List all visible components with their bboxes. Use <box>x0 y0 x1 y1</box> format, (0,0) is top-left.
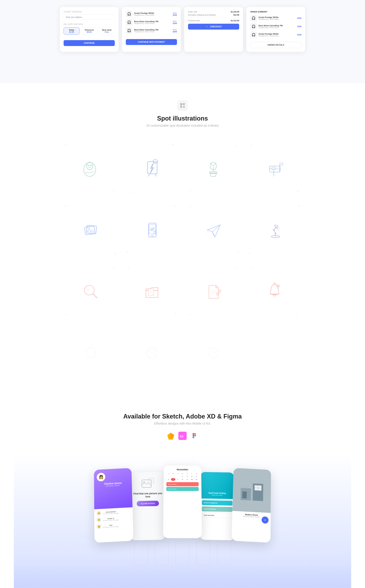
summary-thumb-2: 🎧 <box>250 23 257 30</box>
plus-deco: + <box>126 250 128 254</box>
illus-search: + + <box>62 262 119 320</box>
adobe-xd-logo: Xd <box>178 432 187 441</box>
svg-point-45 <box>87 287 89 290</box>
illus-lamp: + + <box>246 201 303 259</box>
cart-icon: 🛒 <box>206 25 208 28</box>
svg-point-33 <box>205 235 205 236</box>
svg-marker-15 <box>153 163 155 164</box>
chat-info-3: User You have a new message <box>103 524 119 528</box>
cal-10: 10 <box>190 478 194 481</box>
svg-point-0 <box>180 103 182 105</box>
summary-info-3: Grodo Prestige SK52e Headphones / Bose N… <box>259 33 295 37</box>
svg-point-29 <box>152 235 153 237</box>
sketch-icon <box>167 432 175 440</box>
delivery-tomorrow[interactable]: Tomorrow $4.99 <box>81 27 97 35</box>
checkout-card-address: Street address DELIVERY METHOD Today $2.… <box>60 7 119 52</box>
checkout-card-summary: ORDER SUMMARY 🎧 Grodo Prestige SK52e Hea… <box>246 7 305 52</box>
plus-deco: + <box>130 190 132 194</box>
face-illustration <box>78 157 103 181</box>
plus-deco: + <box>237 250 239 254</box>
plus-deco: + <box>189 313 190 317</box>
spot-illustrations-section: Spot illustrations 15 customizable spot … <box>0 83 365 395</box>
product-price-2: $349 $289 <box>173 20 177 24</box>
summary-name-3: Grodo Prestige SK52e <box>259 33 295 35</box>
find-title: Find that one picture you love <box>133 492 162 498</box>
cal-7: 7 <box>176 478 180 481</box>
spot-title: Spot illustrations <box>14 115 351 122</box>
teal-item-1: Browse categories <box>202 500 232 506</box>
address-input[interactable] <box>63 14 115 20</box>
illus-bell: + + ••• <box>246 262 303 320</box>
cal-1: 1 <box>180 475 185 478</box>
summary-price-2: $289 <box>297 25 302 28</box>
figma-icon <box>190 432 198 440</box>
spot-badge <box>177 100 188 111</box>
continue-button[interactable]: CONTINUE <box>63 40 115 46</box>
product-price-3: $349 $289 <box>173 29 177 33</box>
order-note-price: $1,234.99 <box>231 11 239 13</box>
continue-payment-button[interactable]: CONTINUE WITH PAYMENT <box>126 39 177 45</box>
summary-item-1: 🎧 Grodo Prestige SK52e Headphones / Bose… <box>250 15 302 22</box>
plus-deco: + <box>65 143 67 147</box>
products-total-label: Products total <box>188 20 200 22</box>
cal-3: 3 <box>190 475 194 478</box>
summary-name-1: Grodo Prestige SK52e <box>259 16 295 18</box>
phone-room-screen: Modern Room Beautiful interior design + <box>232 468 271 543</box>
teal-item-3: View favorites <box>202 513 233 518</box>
plus-deco: + <box>112 266 114 269</box>
order-details-button[interactable]: ORDER DETAILS <box>250 42 302 48</box>
svg-point-58 <box>85 348 96 358</box>
ghost-phone-4 <box>196 541 210 565</box>
illus-mailbox: + + <box>246 140 303 198</box>
chat-avatar-3: 😀 <box>96 524 101 529</box>
product-info-2: Bose Noise Cancelling 700 Headphones / B… <box>134 20 171 24</box>
svg-point-61 <box>208 348 218 358</box>
illus-pencil-doc: + + <box>184 262 242 320</box>
checkout-section: Street address DELIVERY METHOD Today $2.… <box>0 0 365 62</box>
ghost-3-illustration <box>205 344 222 361</box>
svg-line-38 <box>277 227 280 228</box>
find-allow-button[interactable]: ALLOW ACCESS <box>137 501 159 506</box>
product-sub-3: Headphones / Bose Noise... <box>134 31 171 33</box>
plus-deco: + <box>249 252 251 255</box>
plus-deco: + <box>297 312 299 316</box>
delivery-today[interactable]: Today $2.99 <box>63 27 79 35</box>
svg-line-52 <box>220 290 221 291</box>
product-thumb-2: 🎧 <box>126 19 132 26</box>
svg-point-57 <box>274 283 275 284</box>
product-thumb-3: 🎧 <box>126 27 132 34</box>
plus-deco: + <box>127 267 129 270</box>
phone-teal-screen: Need help finding what you need? Browse … <box>199 472 235 540</box>
products-total-price: $1,312.00 <box>231 20 239 22</box>
chat-avatar-2: 🙂 <box>96 517 101 523</box>
cal-day-we: We <box>180 473 185 475</box>
svg-point-8 <box>88 165 89 166</box>
summary-item-2: 🎧 Bose Noise Cancelling 700 Headphones /… <box>250 23 302 30</box>
svg-rect-23 <box>272 167 275 170</box>
svg-line-44 <box>93 294 97 298</box>
ghost-phone-1 <box>134 541 148 565</box>
plus-deco: + <box>236 266 238 269</box>
checkout-button[interactable]: 🛒 CHECKOUT <box>188 24 239 29</box>
product-item-1: 🎧 Grodo Prestige SK52e Headphones / Bose… <box>126 11 177 17</box>
search-illustration <box>78 279 103 303</box>
find-illustration <box>141 477 155 489</box>
cal-day-sa: Sa <box>194 473 199 475</box>
plus-deco: + <box>298 204 300 208</box>
summary-item-3: 🎧 Grodo Prestige SK52e Headphones / Bose… <box>250 31 302 38</box>
illus-plant: + + <box>184 140 242 198</box>
phone-find: Find that one picture you love ALLOW ACC… <box>130 472 165 540</box>
delivery-next-week[interactable]: Next week Free <box>99 27 115 35</box>
event-bar-1: Team meeting <box>166 482 199 486</box>
calendar-month: November <box>166 468 198 471</box>
ghost-phone-2 <box>155 541 169 565</box>
room-image <box>232 468 271 513</box>
separator-1 <box>0 62 365 83</box>
chat-item-1: 😊 Aurela Qhemia You have a new message <box>96 509 131 516</box>
teal-item-2: Search products <box>202 506 232 512</box>
svg-text:•••: ••• <box>277 285 280 287</box>
summary-name-2: Bose Noise Cancelling 700 <box>259 25 295 27</box>
divider <box>188 18 239 18</box>
plus-deco: + <box>190 189 191 192</box>
svg-point-73 <box>194 435 196 437</box>
